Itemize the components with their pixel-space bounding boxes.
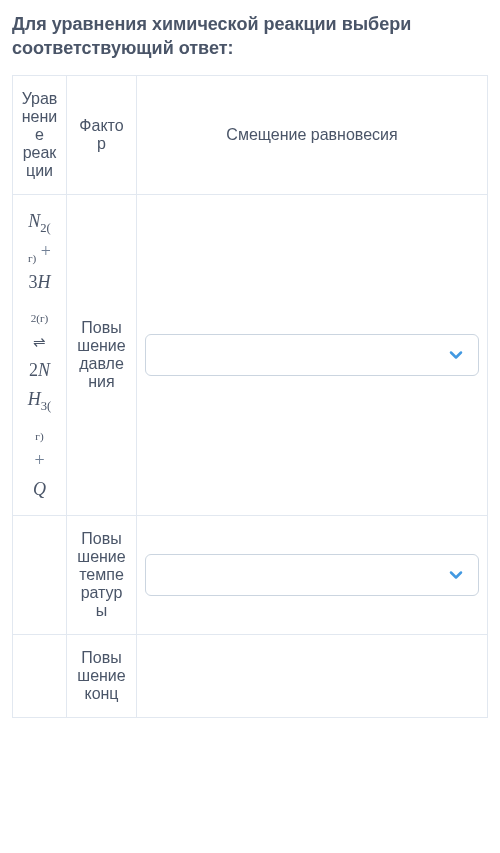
equation-cell-empty — [13, 516, 67, 635]
shift-select[interactable] — [145, 334, 479, 376]
header-equation: Уравнение реакции — [13, 75, 67, 194]
header-shift: Смещение равновесия — [137, 75, 488, 194]
factor-cell: Повышение конц — [67, 635, 137, 718]
shift-cell — [137, 516, 488, 635]
table-row: N2( г) + 3H 2(г) ⇌ 2N H3( г) + Q Повышен… — [13, 194, 488, 516]
shift-cell — [137, 194, 488, 516]
chevron-down-icon — [446, 565, 466, 585]
question-prompt: Для уравнения химической реакции выбери … — [12, 12, 488, 61]
shift-cell — [137, 635, 488, 718]
factor-cell: Повышение температуры — [67, 516, 137, 635]
equation-cell: N2( г) + 3H 2(г) ⇌ 2N H3( г) + Q — [13, 194, 67, 516]
factor-cell: Повышение давления — [67, 194, 137, 516]
table-header-row: Уравнение реакции Фактор Смещение равнов… — [13, 75, 488, 194]
table-row: Повышение температуры — [13, 516, 488, 635]
table-row: Повышение конц — [13, 635, 488, 718]
header-factor: Фактор — [67, 75, 137, 194]
shift-select[interactable] — [145, 554, 479, 596]
equation-cell-empty — [13, 635, 67, 718]
equilibrium-table: Уравнение реакции Фактор Смещение равнов… — [12, 75, 488, 719]
chevron-down-icon — [446, 345, 466, 365]
